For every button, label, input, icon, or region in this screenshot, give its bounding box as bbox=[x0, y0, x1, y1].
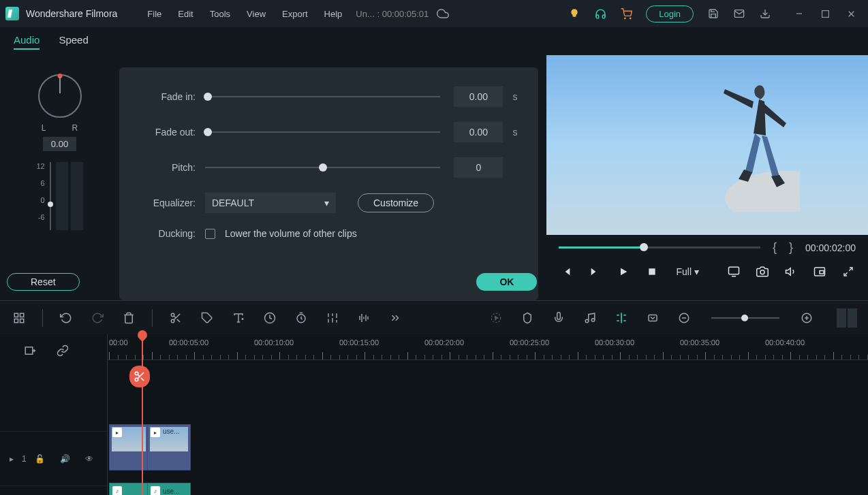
cloud-icon[interactable] bbox=[431, 2, 454, 25]
video-clip-2[interactable]: ▸ use... bbox=[147, 424, 191, 470]
mark-out-icon[interactable]: } bbox=[789, 240, 793, 255]
pitch-slider[interactable] bbox=[205, 167, 440, 168]
headphones-icon[interactable] bbox=[589, 2, 612, 25]
zoom-in-icon[interactable] bbox=[799, 310, 815, 326]
zoom-out-icon[interactable] bbox=[676, 310, 692, 326]
download-icon[interactable] bbox=[754, 2, 777, 25]
render-icon[interactable] bbox=[488, 310, 504, 326]
project-status: Un... : 00:00:05:01 bbox=[356, 9, 429, 19]
delete-icon[interactable] bbox=[121, 310, 137, 326]
split-icon[interactable] bbox=[613, 310, 630, 326]
menu-help[interactable]: Help bbox=[317, 6, 350, 22]
equalizer-select[interactable]: DEFAULT ▾ bbox=[205, 193, 336, 213]
login-button[interactable]: Login bbox=[646, 5, 694, 22]
ok-button[interactable]: OK bbox=[476, 273, 537, 291]
fadeout-input[interactable] bbox=[454, 122, 503, 142]
ducking-label: Ducking: bbox=[136, 228, 196, 239]
fadein-label: Fade in: bbox=[136, 91, 196, 102]
link-icon[interactable] bbox=[55, 342, 71, 359]
svg-line-17 bbox=[844, 272, 848, 276]
volume-slider[interactable] bbox=[48, 162, 53, 230]
audio-mixer-icon[interactable] bbox=[582, 310, 598, 326]
lightbulb-icon[interactable] bbox=[563, 2, 586, 25]
ruler-t30: 00:00:30:00 bbox=[595, 338, 634, 347]
snapshot-icon[interactable] bbox=[755, 264, 770, 279]
menu-export[interactable]: Export bbox=[275, 6, 315, 22]
timer-icon[interactable] bbox=[293, 310, 309, 326]
layout-icon[interactable] bbox=[837, 308, 857, 328]
audio-edit-icon[interactable] bbox=[356, 310, 372, 326]
crop-icon[interactable] bbox=[645, 310, 661, 326]
preview-progress[interactable] bbox=[559, 246, 760, 249]
menu-tools[interactable]: Tools bbox=[203, 6, 237, 22]
minimize-icon[interactable] bbox=[788, 2, 811, 25]
scissors-marker-icon[interactable] bbox=[129, 366, 150, 387]
panel-tabs: Audio Speed bbox=[0, 27, 868, 55]
menu-view[interactable]: View bbox=[240, 6, 273, 22]
svg-rect-18 bbox=[14, 313, 18, 317]
redo-icon[interactable] bbox=[89, 310, 106, 326]
text-icon[interactable] bbox=[230, 310, 247, 326]
zoom-slider[interactable] bbox=[711, 317, 779, 319]
grid-icon[interactable] bbox=[11, 310, 27, 326]
mute-icon[interactable]: 🔊 bbox=[60, 454, 70, 464]
ducking-checkbox[interactable] bbox=[205, 229, 215, 239]
cart-icon[interactable] bbox=[615, 2, 638, 25]
timeline-toolbar bbox=[0, 300, 868, 334]
fadein-slider[interactable] bbox=[205, 96, 440, 97]
cut-icon[interactable] bbox=[168, 310, 184, 326]
chevron-down-icon: ▾ bbox=[324, 197, 329, 208]
svg-point-1 bbox=[630, 18, 630, 18]
reset-button[interactable]: Reset bbox=[7, 273, 80, 291]
stop-icon[interactable] bbox=[645, 264, 660, 279]
video-track-header: ▸ 1 🔓 🔊 👁 bbox=[0, 431, 107, 485]
svg-rect-21 bbox=[14, 319, 18, 322]
save-icon[interactable] bbox=[702, 2, 725, 25]
quality-select[interactable]: Full ▾ bbox=[676, 266, 699, 277]
speed-icon[interactable] bbox=[262, 310, 278, 326]
ruler-t0: 00:00 bbox=[109, 338, 128, 347]
customize-button[interactable]: Customize bbox=[358, 193, 434, 212]
pan-dial[interactable] bbox=[38, 74, 82, 118]
timeline-content[interactable]: 00:00 00:00:05:00 00:00:10:00 00:00:15:0… bbox=[108, 334, 868, 495]
sliders-icon[interactable] bbox=[324, 310, 341, 326]
undo-icon[interactable] bbox=[58, 310, 74, 326]
timeline-ruler[interactable]: 00:00 00:00:05:00 00:00:10:00 00:00:15:0… bbox=[108, 334, 868, 360]
svg-rect-20 bbox=[20, 319, 24, 322]
next-frame-icon[interactable] bbox=[587, 264, 602, 279]
pip-icon[interactable] bbox=[812, 264, 827, 279]
playhead[interactable] bbox=[142, 334, 143, 495]
preview-viewport[interactable] bbox=[546, 55, 868, 235]
clip-label: use... bbox=[163, 428, 179, 435]
lock-icon[interactable]: 🔓 bbox=[35, 454, 45, 464]
eye-icon[interactable]: 👁 bbox=[85, 454, 93, 464]
fadein-input[interactable] bbox=[454, 86, 503, 107]
menu-edit[interactable]: Edit bbox=[171, 6, 200, 22]
mark-in-icon[interactable]: { bbox=[773, 240, 777, 255]
add-track-icon[interactable] bbox=[22, 342, 38, 359]
audio-controls: Fade in: s Fade out: s Pitch: Equalizer: bbox=[119, 67, 538, 300]
main-area: L R 0.00 12 6 0 -6 Fade in: bbox=[0, 55, 868, 300]
tag-icon[interactable] bbox=[199, 310, 215, 326]
mic-icon[interactable] bbox=[551, 310, 567, 326]
vu-0: 0 bbox=[36, 196, 44, 204]
fadeout-slider[interactable] bbox=[205, 131, 440, 133]
tab-audio[interactable]: Audio bbox=[14, 34, 40, 50]
timeline: ▸ 1 🔓 🔊 👁 ♪ 1 🔓 🔊 00:00 00:00:05:00 00:0… bbox=[0, 334, 868, 495]
svg-point-23 bbox=[171, 319, 174, 323]
display-icon[interactable] bbox=[726, 264, 741, 279]
marker-icon[interactable] bbox=[519, 310, 536, 326]
mail-icon[interactable] bbox=[728, 2, 751, 25]
prev-frame-icon[interactable] bbox=[559, 264, 574, 279]
vu-6: 6 bbox=[36, 179, 44, 187]
more-icon[interactable] bbox=[387, 310, 403, 326]
play-icon[interactable] bbox=[616, 264, 631, 279]
maximize-icon[interactable] bbox=[813, 2, 837, 25]
pitch-input[interactable] bbox=[454, 157, 503, 178]
volume-icon[interactable] bbox=[784, 264, 799, 279]
audio-clip-2[interactable]: ♪ use... bbox=[147, 483, 191, 495]
close-icon[interactable] bbox=[839, 2, 863, 25]
tab-speed[interactable]: Speed bbox=[59, 34, 88, 50]
menu-file[interactable]: File bbox=[140, 6, 168, 22]
fullscreen-icon[interactable] bbox=[841, 264, 856, 279]
